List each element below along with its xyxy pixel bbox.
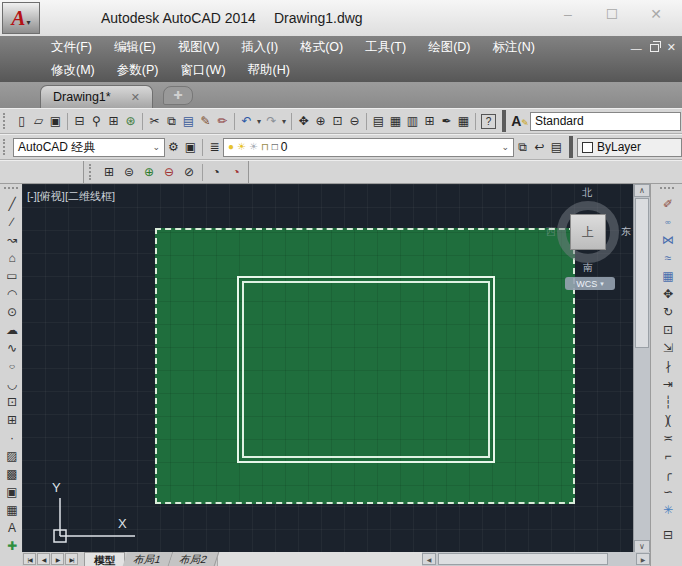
arc-icon[interactable]: ◠ [1,285,21,303]
delete-scale-icon[interactable]: ⊖ [159,162,179,182]
annotation-styles-icon[interactable]: A✎ [510,113,530,129]
ellipse-arc-icon[interactable]: ◡ [1,375,21,393]
menu-dimension[interactable]: 标注(N) [482,39,546,56]
plot-preview-icon[interactable]: ⚲ [88,111,105,131]
plot-partial-icon[interactable]: ⊟ [657,526,677,544]
layer-color-swatch[interactable]: □ [272,142,278,152]
scale-monitor-icon[interactable]: ⊘ [179,162,199,182]
first-layout-button[interactable]: |◀ [23,553,36,565]
rotate-icon[interactable]: ↻ [657,303,677,321]
point-icon[interactable]: · [1,429,21,447]
region-icon[interactable]: ▣ [1,483,21,501]
doc-minimize-button[interactable]: — [631,42,642,54]
tab-drawing1[interactable]: Drawing1* ✕ [40,85,153,108]
cut-icon[interactable]: ✂ [146,111,163,131]
view-sphere-delete-icon[interactable]: ◔ [226,162,246,182]
named-views-icon[interactable]: ⊜ [119,162,139,182]
drawn-rectangle[interactable] [237,276,495,463]
viewport-controls-label[interactable]: [-][俯视][二维线框] [27,189,115,204]
vertical-scroll-thumb[interactable] [635,198,649,348]
stretch-icon[interactable]: ⇲ [657,339,677,357]
viewcube-east-label[interactable]: 东 [621,225,631,239]
plot-icon[interactable]: ⊟ [71,111,88,131]
block-editor-icon[interactable]: ✏ [214,111,231,131]
last-layout-button[interactable]: ▶| [65,553,78,565]
pan-icon[interactable]: ✥ [295,111,312,131]
workspace-settings-icon[interactable]: ⚙ [165,137,182,157]
markup-set-manager-icon[interactable]: ✒ [438,111,455,131]
join-icon[interactable]: ≍ [657,429,677,447]
workspace-combo[interactable]: AutoCAD 经典 ⌄ [13,138,165,157]
make-object-layer-current-icon[interactable]: ⧉ [514,137,531,157]
mirror-icon[interactable]: ⋈ [657,231,677,249]
polygon-icon[interactable]: ⌂ [1,249,21,267]
copy-icon[interactable]: ◦◦ [657,213,677,231]
redo-dropdown-icon[interactable]: ▾ [280,111,288,131]
layer-on-bulb-icon[interactable]: ● [228,142,234,152]
help-icon[interactable]: ? [481,114,496,129]
menu-edit[interactable]: 编辑(E) [103,39,167,56]
erase-icon[interactable]: ✐ [657,195,677,213]
layer-freeze-sun-icon[interactable]: ☀ [237,142,246,152]
toolbar-grip[interactable] [3,113,9,129]
undo-dropdown-icon[interactable]: ▾ [255,111,263,131]
gradient-icon[interactable]: ▩ [1,465,21,483]
make-block-icon[interactable]: ⊞ [1,411,21,429]
drawing-canvas[interactable]: [-][俯视][二维线框] 北 东 南 西 上 WCS ▾ Y X [22,184,633,552]
add-scale-icon[interactable]: ⊕ [139,162,159,182]
menu-draw[interactable]: 绘图(D) [417,39,481,56]
revision-cloud-icon[interactable]: ☁ [1,321,21,339]
tab-close-icon[interactable]: ✕ [131,91,140,104]
mtext-icon[interactable]: A [1,519,21,537]
add-selected-icon[interactable]: ✚ [1,537,21,555]
rectangle-icon[interactable]: ▭ [1,267,21,285]
undo-icon[interactable]: ↶ [238,111,255,131]
application-menu-button[interactable]: A ▾ [2,2,40,34]
construction-line-icon[interactable]: ∕ [1,213,21,231]
layer-viewport-freeze-icon[interactable]: ☀ [249,142,258,152]
paste-icon[interactable]: ▤ [180,111,197,131]
tab-layout1[interactable]: 布局1 [123,552,173,566]
new-tab-button[interactable]: ✚ [163,86,193,105]
polyline-icon[interactable]: ↝ [1,231,21,249]
scale-icon[interactable]: ⊡ [657,321,677,339]
prev-layout-button[interactable]: ◀ [37,553,50,565]
tab-model[interactable]: 模型 [84,552,125,566]
menu-file[interactable]: 文件(F) [40,39,103,56]
blend-curves-icon[interactable]: ∽ [657,483,677,501]
open-file-icon[interactable]: ▱ [30,111,47,131]
viewcube-north-label[interactable]: 北 [582,186,592,200]
hatch-icon[interactable]: ▨ [1,447,21,465]
chamfer-icon[interactable]: ⌐ [657,447,677,465]
new-file-icon[interactable]: ▯ [13,111,30,131]
save-icon[interactable]: ▣ [47,111,64,131]
redo-icon[interactable]: ↷ [263,111,280,131]
ellipse-icon[interactable]: ○ [1,360,21,372]
doc-close-button[interactable]: ✕ [667,41,676,54]
menu-modify[interactable]: 修改(M) [40,62,106,79]
zoom-realtime-icon[interactable]: ⊕ [312,111,329,131]
zoom-window-icon[interactable]: ⊡ [329,111,346,131]
wcs-dropdown[interactable]: WCS ▾ [565,277,615,290]
toolbar-grip[interactable] [3,139,9,155]
properties-icon[interactable]: ▤ [370,111,387,131]
layer-combo[interactable]: ●☀☀⊓□ 0 ⌄ [223,138,514,157]
scroll-up-icon[interactable]: ∧ [634,184,650,197]
menu-help[interactable]: 帮助(H) [237,62,301,79]
menu-insert[interactable]: 插入(I) [230,39,289,56]
viewcube-south-label[interactable]: 南 [583,261,593,275]
fillet-icon[interactable]: ╭ [657,465,677,483]
close-button[interactable]: ✕ [634,6,678,22]
workspace-save-icon[interactable]: ▣ [182,137,199,157]
trim-icon[interactable]: ∤ [657,357,677,375]
menu-tools[interactable]: 工具(T) [354,39,417,56]
toolbar-grip[interactable] [89,164,95,180]
line-icon[interactable]: ╱ [1,195,21,213]
maximize-button[interactable]: ☐ [590,6,634,22]
menu-window[interactable]: 窗口(W) [169,62,236,79]
spline-icon[interactable]: ∿ [1,339,21,357]
horizontal-scroll-thumb[interactable] [438,553,608,565]
layer-lock-icon[interactable]: ⊓ [261,142,269,152]
designcenter-icon[interactable]: ▦ [387,111,404,131]
toolbar-grip[interactable] [4,187,18,193]
